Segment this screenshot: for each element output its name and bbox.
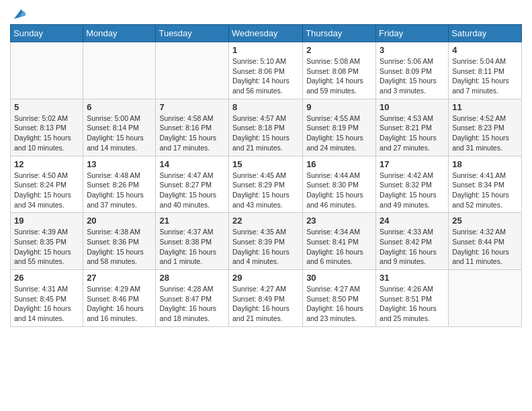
calendar-cell: 12Sunrise: 4:50 AMSunset: 8:24 PMDayligh… — [11, 156, 83, 213]
day-info: Sunrise: 4:45 AMSunset: 8:29 PMDaylight:… — [232, 171, 299, 210]
calendar-cell: 31Sunrise: 4:26 AMSunset: 8:51 PMDayligh… — [376, 270, 449, 327]
day-number: 10 — [380, 102, 445, 112]
day-number: 18 — [452, 159, 518, 169]
calendar-cell: 25Sunrise: 4:32 AMSunset: 8:44 PMDayligh… — [449, 213, 522, 270]
calendar-cell: 23Sunrise: 4:34 AMSunset: 8:41 PMDayligh… — [303, 213, 376, 270]
day-info: Sunrise: 4:48 AMSunset: 8:26 PMDaylight:… — [87, 171, 152, 210]
weekday-header-thursday: Thursday — [303, 25, 376, 42]
calendar-cell: 2Sunrise: 5:08 AMSunset: 8:08 PMDaylight… — [303, 42, 376, 99]
day-number: 30 — [306, 273, 372, 283]
day-info: Sunrise: 4:28 AMSunset: 8:47 PMDaylight:… — [159, 284, 225, 324]
day-number: 14 — [159, 159, 225, 169]
day-info: Sunrise: 4:42 AMSunset: 8:32 PMDaylight:… — [380, 171, 445, 210]
weekday-header-wednesday: Wednesday — [229, 25, 303, 42]
weekday-header-sunday: Sunday — [11, 25, 83, 42]
weekday-header-monday: Monday — [83, 25, 156, 42]
day-info: Sunrise: 5:08 AMSunset: 8:08 PMDaylight:… — [306, 56, 372, 96]
calendar-cell: 14Sunrise: 4:47 AMSunset: 8:27 PMDayligh… — [156, 156, 229, 213]
day-info: Sunrise: 4:26 AMSunset: 8:51 PMDaylight:… — [380, 284, 445, 324]
calendar-cell: 11Sunrise: 4:52 AMSunset: 8:23 PMDayligh… — [449, 99, 522, 156]
day-number: 13 — [87, 159, 152, 169]
calendar-cell: 27Sunrise: 4:29 AMSunset: 8:46 PMDayligh… — [83, 270, 156, 327]
day-number: 7 — [159, 102, 225, 112]
day-info: Sunrise: 4:29 AMSunset: 8:46 PMDaylight:… — [87, 284, 152, 324]
weekday-header-tuesday: Tuesday — [156, 25, 229, 42]
day-info: Sunrise: 4:39 AMSunset: 8:35 PMDaylight:… — [14, 227, 79, 267]
day-number: 16 — [306, 159, 372, 169]
day-number: 22 — [232, 216, 299, 226]
weekday-header-friday: Friday — [376, 25, 449, 42]
day-number: 19 — [14, 216, 79, 226]
day-info: Sunrise: 4:41 AMSunset: 8:34 PMDaylight:… — [452, 171, 518, 210]
calendar-cell: 28Sunrise: 4:28 AMSunset: 8:47 PMDayligh… — [156, 270, 229, 327]
calendar-cell — [83, 42, 156, 99]
calendar-cell: 3Sunrise: 5:06 AMSunset: 8:09 PMDaylight… — [376, 42, 449, 99]
calendar-cell: 18Sunrise: 4:41 AMSunset: 8:34 PMDayligh… — [449, 156, 522, 213]
day-number: 12 — [14, 159, 79, 169]
day-number: 11 — [452, 102, 518, 112]
calendar-header-row: SundayMondayTuesdayWednesdayThursdayFrid… — [11, 25, 522, 42]
calendar-week-row: 5Sunrise: 5:02 AMSunset: 8:13 PMDaylight… — [11, 99, 522, 156]
day-info: Sunrise: 4:50 AMSunset: 8:24 PMDaylight:… — [14, 171, 79, 210]
day-number: 1 — [232, 45, 299, 55]
day-number: 28 — [159, 273, 225, 283]
calendar-cell: 24Sunrise: 4:33 AMSunset: 8:42 PMDayligh… — [376, 213, 449, 270]
page-header — [10, 7, 522, 19]
day-info: Sunrise: 4:37 AMSunset: 8:38 PMDaylight:… — [159, 227, 225, 267]
day-info: Sunrise: 4:35 AMSunset: 8:39 PMDaylight:… — [232, 227, 299, 267]
day-number: 25 — [452, 216, 518, 226]
calendar-cell: 29Sunrise: 4:27 AMSunset: 8:49 PMDayligh… — [229, 270, 303, 327]
calendar-cell: 16Sunrise: 4:44 AMSunset: 8:30 PMDayligh… — [303, 156, 376, 213]
day-info: Sunrise: 4:33 AMSunset: 8:42 PMDaylight:… — [380, 227, 445, 267]
day-info: Sunrise: 4:58 AMSunset: 8:16 PMDaylight:… — [159, 113, 225, 153]
logo-icon — [11, 7, 26, 21]
calendar-cell: 19Sunrise: 4:39 AMSunset: 8:35 PMDayligh… — [11, 213, 83, 270]
day-info: Sunrise: 4:53 AMSunset: 8:21 PMDaylight:… — [380, 113, 445, 153]
day-number: 4 — [452, 45, 518, 55]
day-info: Sunrise: 4:44 AMSunset: 8:30 PMDaylight:… — [306, 171, 372, 210]
day-number: 9 — [306, 102, 372, 112]
calendar-cell: 10Sunrise: 4:53 AMSunset: 8:21 PMDayligh… — [376, 99, 449, 156]
day-info: Sunrise: 4:32 AMSunset: 8:44 PMDaylight:… — [452, 227, 518, 267]
day-number: 17 — [380, 159, 445, 169]
calendar-cell: 7Sunrise: 4:58 AMSunset: 8:16 PMDaylight… — [156, 99, 229, 156]
day-info: Sunrise: 5:02 AMSunset: 8:13 PMDaylight:… — [14, 113, 79, 153]
day-info: Sunrise: 4:38 AMSunset: 8:36 PMDaylight:… — [87, 227, 152, 267]
day-info: Sunrise: 5:04 AMSunset: 8:11 PMDaylight:… — [452, 56, 518, 96]
calendar-cell: 20Sunrise: 4:38 AMSunset: 8:36 PMDayligh… — [83, 213, 156, 270]
calendar-cell: 17Sunrise: 4:42 AMSunset: 8:32 PMDayligh… — [376, 156, 449, 213]
day-number: 20 — [87, 216, 152, 226]
day-info: Sunrise: 4:57 AMSunset: 8:18 PMDaylight:… — [232, 113, 299, 153]
day-number: 5 — [14, 102, 79, 112]
day-number: 26 — [14, 273, 79, 283]
day-info: Sunrise: 4:27 AMSunset: 8:50 PMDaylight:… — [306, 284, 372, 324]
calendar-cell: 5Sunrise: 5:02 AMSunset: 8:13 PMDaylight… — [11, 99, 83, 156]
day-number: 29 — [232, 273, 299, 283]
calendar-cell: 30Sunrise: 4:27 AMSunset: 8:50 PMDayligh… — [303, 270, 376, 327]
day-number: 3 — [380, 45, 445, 55]
calendar-week-row: 19Sunrise: 4:39 AMSunset: 8:35 PMDayligh… — [11, 213, 522, 270]
calendar-cell: 13Sunrise: 4:48 AMSunset: 8:26 PMDayligh… — [83, 156, 156, 213]
day-number: 6 — [87, 102, 152, 112]
day-number: 27 — [87, 273, 152, 283]
logo — [10, 7, 26, 19]
day-number: 31 — [380, 273, 445, 283]
day-info: Sunrise: 5:00 AMSunset: 8:14 PMDaylight:… — [87, 113, 152, 153]
day-info: Sunrise: 4:34 AMSunset: 8:41 PMDaylight:… — [306, 227, 372, 267]
day-info: Sunrise: 4:27 AMSunset: 8:49 PMDaylight:… — [232, 284, 299, 324]
weekday-header-saturday: Saturday — [449, 25, 522, 42]
calendar-cell — [156, 42, 229, 99]
calendar-cell: 1Sunrise: 5:10 AMSunset: 8:06 PMDaylight… — [229, 42, 303, 99]
calendar-cell: 4Sunrise: 5:04 AMSunset: 8:11 PMDaylight… — [449, 42, 522, 99]
calendar-cell: 21Sunrise: 4:37 AMSunset: 8:38 PMDayligh… — [156, 213, 229, 270]
day-info: Sunrise: 5:06 AMSunset: 8:09 PMDaylight:… — [380, 56, 445, 96]
calendar-cell: 6Sunrise: 5:00 AMSunset: 8:14 PMDaylight… — [83, 99, 156, 156]
day-info: Sunrise: 4:55 AMSunset: 8:19 PMDaylight:… — [306, 113, 372, 153]
calendar-cell — [11, 42, 83, 99]
calendar-cell: 26Sunrise: 4:31 AMSunset: 8:45 PMDayligh… — [11, 270, 83, 327]
calendar-week-row: 1Sunrise: 5:10 AMSunset: 8:06 PMDaylight… — [11, 42, 522, 99]
day-info: Sunrise: 4:31 AMSunset: 8:45 PMDaylight:… — [14, 284, 79, 324]
calendar-table: SundayMondayTuesdayWednesdayThursdayFrid… — [10, 24, 522, 327]
day-number: 23 — [306, 216, 372, 226]
calendar-cell — [449, 270, 522, 327]
